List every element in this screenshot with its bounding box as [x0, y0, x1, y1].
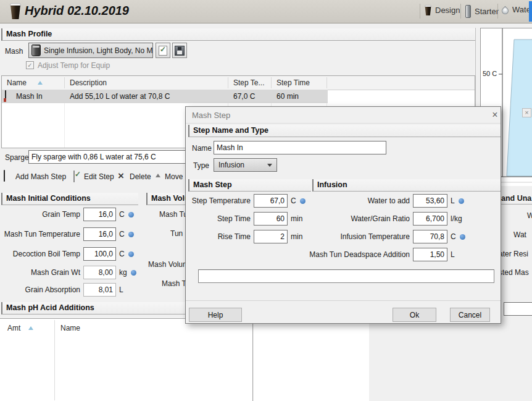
grain-absorption-unit: L — [119, 285, 123, 294]
mash-tun-temp-unit: C — [119, 230, 125, 238]
initial-conditions-header: Mash Initial Conditions — [1, 193, 138, 205]
water-grain-ratio-unit: l/kg — [451, 214, 462, 223]
mash-volumes-label-3: Mash Volun — [148, 260, 187, 269]
estimate-dot-icon — [300, 198, 305, 204]
panel-close-button[interactable]: × — [522, 108, 531, 117]
nav-design[interactable]: Design — [425, 5, 460, 15]
step-time-unit: min — [291, 214, 302, 223]
app-window: Hybrid 02.10.2019 Design Starter Water M… — [0, 0, 532, 401]
water-grain-ratio-label: Water/Grain Ratio — [306, 214, 410, 223]
save-profile-button[interactable] — [172, 43, 187, 58]
mash-grain-wt-label: Mash Grain Wt — [1, 268, 80, 277]
row-step-temp: 67,0 C — [233, 92, 255, 101]
estimate-dot-icon — [459, 198, 464, 204]
decoction-boil-temp-input[interactable] — [83, 247, 116, 261]
table-header-row: Name Description Step Te... Step Time — [2, 76, 475, 90]
cutoff-input[interactable] — [504, 302, 532, 316]
estimate-dot-icon — [460, 234, 465, 240]
step-type-select[interactable]: Infusion — [214, 158, 277, 172]
water-section-header: and Una — [501, 194, 531, 203]
col-header-step-time[interactable]: Step Time — [276, 78, 310, 87]
mash-volumes-label-2: Tun — [170, 229, 183, 238]
water-label-3: ater Resi — [499, 250, 528, 258]
mash-profile-combo[interactable]: Single Infusion, Light Body, No Ma — [28, 43, 153, 58]
grain-absorption-label: Grain Absorption — [1, 285, 80, 294]
add-mash-step-icon — [4, 170, 5, 182]
grain-absorption-input[interactable] — [83, 283, 116, 297]
cancel-button[interactable]: Cancel — [450, 308, 490, 322]
step-name-input[interactable] — [214, 141, 386, 154]
nav-water[interactable]: Water — [502, 5, 532, 14]
add-mash-step-button[interactable]: Add Mash Step — [15, 172, 66, 181]
edit-step-button[interactable]: Edit Step — [84, 172, 114, 181]
move-up-icon — [156, 174, 160, 177]
col-header-name[interactable]: Name — [7, 78, 27, 87]
edit-step-icon: ✓ — [73, 171, 75, 182]
sort-ascending-icon — [38, 81, 43, 85]
estimate-dot-icon — [128, 232, 134, 237]
col-header-amt[interactable]: Amt — [7, 324, 20, 332]
accent-strip — [529, 1, 532, 22]
infusion-temperature-unit: C — [451, 232, 456, 241]
estimate-dot-icon — [128, 251, 134, 257]
check-page-icon: ✓ — [159, 46, 167, 56]
field-mash-tun-temp: Mash Tun Temperature C — [1, 227, 134, 241]
water-to-add-input[interactable] — [413, 194, 447, 208]
decoction-boil-temp-label: Decoction Boil Temp — [1, 250, 80, 258]
infusion-temperature-input[interactable] — [413, 230, 447, 243]
name-label: Name — [192, 144, 212, 153]
close-icon: × — [492, 109, 497, 120]
field-water-grain-ratio: Water/Grain Ratio l/kg — [306, 212, 462, 226]
row-name: Mash In — [16, 92, 43, 101]
table-row-mash-in[interactable]: Mash In Add 55,10 L of water at 70,8 C 6… — [2, 90, 328, 103]
infusion-temperature-label: Infusion Temperature — [306, 232, 410, 241]
divider — [497, 204, 532, 205]
ok-button[interactable]: Ok — [393, 308, 436, 322]
field-deadspace-addition: Mash Tun Deadspace Addition L — [306, 248, 455, 261]
field-rise-time: Rise Time min — [187, 230, 302, 243]
estimate-dot-icon — [131, 270, 136, 276]
estimate-dot-icon — [128, 212, 134, 217]
recipe-title: Hybrid 02.10.2019 — [25, 4, 129, 18]
step-type-value: Infusion — [218, 161, 267, 169]
field-step-temperature: Step Temperature C — [187, 194, 305, 208]
grain-temp-unit: C — [119, 210, 125, 219]
mash-volumes-label-1: Mash Tu — [159, 210, 188, 219]
sort-ascending-icon — [28, 326, 33, 330]
mash-tun-temp-input[interactable] — [83, 227, 116, 241]
mash-step-dialog: Mash Step × Step Name and Type Name Type… — [185, 106, 501, 324]
field-grain-absorption: Grain Absorption L — [1, 283, 123, 297]
status-field — [198, 269, 494, 283]
move-step-button[interactable]: Move — [165, 172, 183, 181]
col-header-name[interactable]: Name — [60, 324, 80, 332]
step-temperature-input[interactable] — [254, 194, 288, 208]
checkmark-icon: ✓ — [27, 62, 32, 69]
ph-additions-table: Amt Name — [0, 318, 253, 401]
rise-time-unit: min — [291, 232, 302, 241]
mash-grain-wt-input[interactable] — [83, 266, 116, 279]
help-button[interactable]: Help — [189, 308, 242, 322]
divider — [460, 4, 461, 19]
divider — [497, 4, 498, 19]
row-description: Add 55,10 L of water at 70,8 C — [70, 92, 170, 101]
step-time-label: Step Time — [187, 214, 251, 223]
field-decoction-boil-temp: Decoction Boil Temp C — [1, 247, 134, 261]
water-grain-ratio-input[interactable] — [413, 212, 447, 226]
dialog-title: Mash Step — [192, 111, 230, 120]
nav-starter[interactable]: Starter — [465, 5, 499, 18]
grain-temp-input[interactable] — [83, 208, 116, 221]
rise-time-input[interactable] — [254, 230, 288, 243]
dialog-close-button[interactable]: × — [489, 109, 501, 120]
field-water-to-add: Water to add L — [306, 194, 464, 208]
view-profile-button[interactable]: ✓ — [156, 43, 170, 58]
deadspace-addition-unit: L — [451, 250, 455, 259]
deadspace-addition-input[interactable] — [413, 248, 447, 261]
col-header-step-temp[interactable]: Step Te... — [233, 78, 264, 87]
step-temperature-unit: C — [291, 196, 296, 205]
delete-icon: × — [118, 171, 124, 181]
col-header-description[interactable]: Description — [70, 78, 107, 87]
step-time-input[interactable] — [254, 212, 288, 226]
adjust-temp-checkbox[interactable]: ✓ — [26, 61, 34, 69]
delete-step-button[interactable]: Delete — [130, 172, 151, 181]
floppy-disk-icon — [175, 46, 185, 56]
